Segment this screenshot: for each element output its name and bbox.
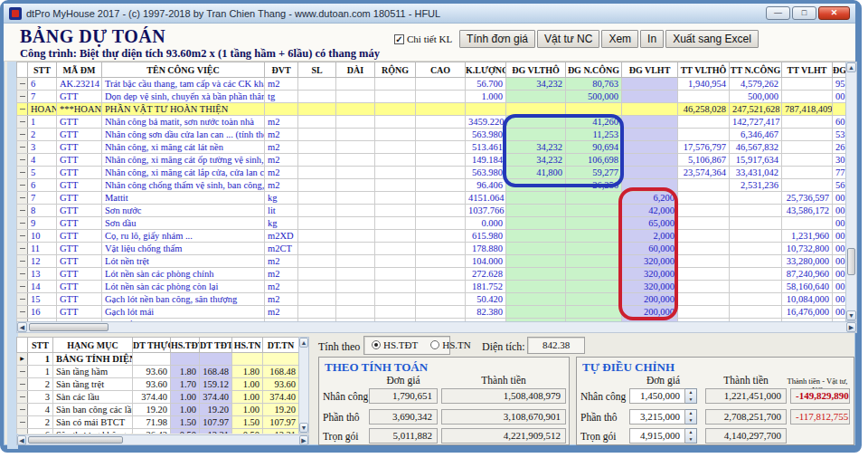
row-selector[interactable] (17, 391, 28, 404)
cell[interactable] (375, 268, 416, 281)
cell[interactable] (622, 91, 678, 103)
cell[interactable]: 6,346,467 (730, 129, 782, 141)
table-row[interactable]: 16GTTGạch lót máim282.380200,00016,476,0… (17, 306, 846, 319)
table-row[interactable]: 8GTTSơn nướclit1037.76642,00043,586,1720… (17, 205, 846, 217)
cell[interactable] (782, 154, 833, 167)
row-selector[interactable] (17, 154, 28, 167)
cell[interactable] (298, 116, 336, 129)
cell[interactable]: Nhân công chống thấm vệ sinh, ban công, … (102, 179, 265, 192)
cell[interactable]: 53 (833, 129, 846, 141)
cell[interactable] (506, 91, 566, 103)
materials-labor-button[interactable]: Vật tư NC (537, 30, 599, 48)
cell[interactable]: 1.00 (171, 404, 200, 416)
cell[interactable]: Gạch lót nền ban công, sân thượng (102, 293, 265, 306)
row-selector[interactable] (17, 293, 28, 306)
cell[interactable] (782, 116, 833, 129)
cell[interactable]: 34,232 (506, 141, 566, 154)
cell[interactable]: Nhân công, xi măng cát lắp cửa, cửa lan … (102, 167, 265, 179)
cell[interactable] (506, 116, 566, 129)
cell[interactable] (375, 217, 416, 230)
cell[interactable] (416, 167, 466, 179)
cell[interactable]: 181.752 (466, 281, 506, 293)
cell[interactable] (782, 141, 833, 154)
cell[interactable]: 26 (833, 141, 846, 154)
cell[interactable]: 34,232 (506, 154, 566, 167)
cell[interactable]: 96.406 (466, 179, 506, 192)
cell[interactable]: 3459.220 (466, 116, 506, 129)
cell[interactable]: 247,521,628 (730, 103, 782, 116)
cell[interactable] (622, 154, 678, 167)
cell[interactable]: m2 (265, 116, 298, 129)
cell[interactable]: m2 (265, 179, 298, 192)
cell[interactable]: GTT (57, 154, 102, 167)
scroll-left-icon[interactable]: ◀ (17, 322, 27, 332)
column-header[interactable]: HS.TN (232, 338, 263, 353)
cell[interactable]: 59,277 (566, 167, 622, 179)
cell[interactable] (782, 179, 833, 192)
column-header[interactable]: ĐG (833, 62, 846, 78)
cell[interactable]: 1.00 (171, 391, 200, 404)
column-header[interactable]: STT (28, 338, 53, 353)
cell[interactable] (265, 103, 298, 116)
cell[interactable] (678, 205, 730, 217)
cell[interactable]: 7 (28, 91, 57, 103)
cell[interactable] (336, 91, 375, 103)
cell[interactable] (336, 129, 375, 141)
cell[interactable]: 1.80 (171, 366, 200, 378)
cell[interactable] (232, 353, 263, 366)
cell[interactable] (416, 205, 466, 217)
cell[interactable]: 563.980 (466, 129, 506, 141)
cell[interactable]: 2 (28, 416, 53, 429)
cell[interactable]: 16 (28, 306, 57, 319)
cell[interactable] (375, 154, 416, 167)
cell[interactable]: 00 (833, 281, 846, 293)
cell[interactable] (782, 78, 833, 91)
cell[interactable] (566, 230, 622, 243)
cell[interactable] (622, 167, 678, 179)
cell[interactable]: 93.60 (133, 366, 171, 378)
cell[interactable]: 00 (833, 192, 846, 205)
cell[interactable] (678, 217, 730, 230)
cell[interactable]: 6 (28, 429, 53, 434)
cell[interactable]: 1.00 (232, 378, 263, 391)
cell[interactable] (730, 243, 782, 255)
cell[interactable]: kg (265, 192, 298, 205)
cell[interactable] (678, 306, 730, 319)
cell[interactable] (678, 293, 730, 306)
cell[interactable] (375, 116, 416, 129)
cell[interactable] (782, 129, 833, 141)
cell[interactable]: 34,232 (506, 78, 566, 91)
cell[interactable] (506, 281, 566, 293)
cell[interactable]: 2 (28, 378, 53, 391)
scroll-thumb[interactable] (28, 436, 123, 444)
cell[interactable] (416, 141, 466, 154)
cell[interactable] (416, 230, 466, 243)
row-selector[interactable] (17, 129, 28, 141)
cell[interactable]: 2 (28, 129, 57, 141)
cell[interactable] (730, 230, 782, 243)
cell[interactable]: Lót nền sàn các phòng chính (102, 268, 265, 281)
cell[interactable]: GTT (57, 230, 102, 243)
title-bar[interactable]: dtPro MyHouse 2017 - (c) 1997-2018 by Tr… (4, 4, 855, 24)
scroll-up-icon[interactable]: ▲ (299, 338, 308, 348)
cell[interactable]: 00 (833, 91, 846, 103)
cell[interactable] (622, 129, 678, 141)
row-selector[interactable] (17, 141, 28, 154)
cell[interactable]: m2 (265, 129, 298, 141)
cell[interactable] (506, 255, 566, 268)
column-header[interactable]: TT N.CÔNG (730, 62, 782, 78)
cell[interactable]: 563.980 (466, 167, 506, 179)
cell[interactable] (416, 268, 466, 281)
cell[interactable] (298, 293, 336, 306)
calc-unit-price-button[interactable]: Tính đơn giá (459, 30, 535, 48)
cell[interactable] (566, 243, 622, 255)
row-selector[interactable] (17, 205, 28, 217)
cell[interactable]: 8 (28, 205, 57, 217)
cell[interactable] (506, 129, 566, 141)
cell[interactable]: m2 (265, 268, 298, 281)
cell[interactable] (730, 306, 782, 319)
column-header[interactable]: STT (28, 62, 57, 78)
cell[interactable]: GTT (57, 167, 102, 179)
cell[interactable] (336, 141, 375, 154)
area-vertical-scrollbar[interactable]: ▲ ▼ (298, 337, 309, 434)
